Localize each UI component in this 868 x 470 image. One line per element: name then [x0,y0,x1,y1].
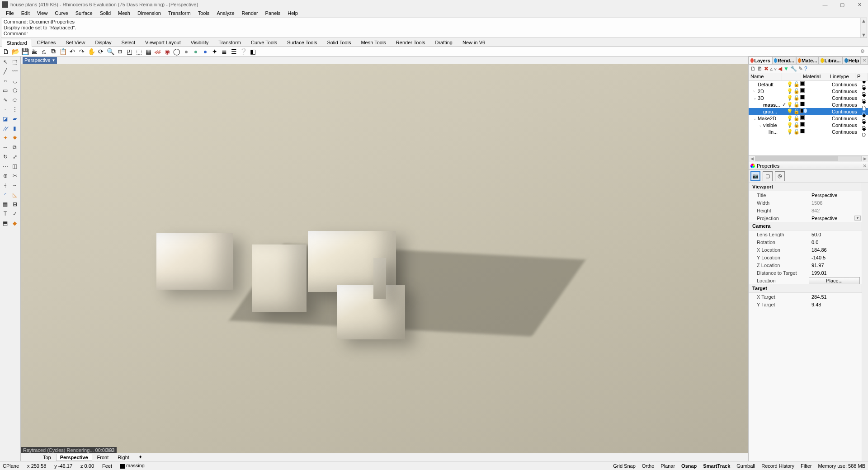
vp-tab-right[interactable]: Right [113,454,133,461]
chamfer-icon[interactable]: ◺ [10,190,19,199]
tool-icon[interactable]: ⎌ [39,47,48,56]
toggle-grid-snap[interactable]: Grid Snap [613,463,636,469]
minimize-button[interactable]: — [816,0,834,9]
option-icon[interactable]: ✦ [210,47,219,56]
join-icon[interactable]: ⊕ [1,171,9,180]
cam-dist-input[interactable]: 199.01 [809,270,868,276]
xray-icon[interactable]: ● [191,47,200,56]
menu-solid[interactable]: Solid [97,10,114,16]
split-icon[interactable]: ⟊ [1,181,9,189]
open-icon[interactable]: 📂 [11,47,20,56]
col-name[interactable]: Name [749,73,782,80]
panel-tab-materials[interactable]: Mate... [796,56,819,64]
tab-select[interactable]: Select [117,38,141,47]
menu-curve[interactable]: Curve [52,10,71,16]
redo-icon[interactable]: ↷ [77,47,86,56]
trim-icon[interactable]: ✂ [10,171,19,180]
close-button[interactable]: ✕ [851,0,868,9]
box-icon[interactable]: ◪ [1,114,9,123]
col-print[interactable]: P [855,73,868,80]
grid-icon[interactable]: ▦ [1,200,9,208]
copy2-icon[interactable]: ⧉ [10,143,19,151]
scale-icon[interactable]: ⤢ [10,152,19,161]
panel-tab-help[interactable]: Help [843,56,861,64]
zoom-sel-icon[interactable]: ⬚ [134,47,143,56]
menu-view[interactable]: View [34,10,51,16]
layer-row[interactable]: grou...💡🔓Continuous◆ D [749,108,868,115]
layer-sublayer-icon[interactable]: 🗎 [757,66,763,72]
mesh-icon[interactable]: ✦ [1,133,9,142]
cam-y-input[interactable]: -140.5 [809,255,868,260]
extend-icon[interactable]: → [10,181,19,189]
vp-tab-top[interactable]: Top [39,454,55,461]
vp-tab-add[interactable]: ✦ [134,453,146,461]
pan-icon[interactable]: ✋ [87,47,96,56]
text-icon[interactable]: T [1,209,9,218]
props-material-icon[interactable]: ◎ [775,171,785,181]
tab-visibility[interactable]: Visibility [186,38,214,47]
panel-tab-libraries[interactable]: Libra... [819,56,842,64]
tab-curve-tools[interactable]: Curve Tools [246,38,282,47]
status-units[interactable]: Feet [102,463,112,469]
tab-display[interactable]: Display [90,38,116,47]
toggle-smarttrack[interactable]: SmartTrack [703,463,730,469]
rendered-icon[interactable]: ● [201,47,210,56]
layer-delete-icon[interactable]: ✖ [764,66,769,72]
toggle-planar[interactable]: Planar [660,463,675,469]
mirror-icon[interactable]: ◫ [10,162,19,170]
cyl-icon[interactable]: ⌭ [1,124,9,132]
shade-icon[interactable]: ◉ [163,47,172,56]
layer-row[interactable]: Default💡🔓Continuous◆ D [749,81,868,88]
status-layer[interactable]: massing [120,463,145,468]
point-icon[interactable]: · [1,105,9,113]
wire-icon[interactable]: ◯ [172,47,181,56]
props-view-icon[interactable]: 📷 [750,171,760,181]
lens-input[interactable]: 50.0 [809,232,868,237]
menu-tools[interactable]: Tools [195,10,213,16]
props-object-icon[interactable]: ▢ [763,171,773,181]
ptson-icon[interactable]: ⋮ [10,105,19,113]
rotation-input[interactable]: 0.0 [809,240,868,245]
prop-icon[interactable]: ☰ [229,47,238,56]
toggle-gumball[interactable]: Gumball [736,463,755,469]
properties-scrollbar[interactable] [862,183,868,461]
tab-mesh-tools[interactable]: Mesh Tools [356,38,391,47]
panel-tab-layers[interactable]: Layers [749,56,772,64]
place-button[interactable]: Place... [809,277,860,284]
menu-render[interactable]: Render [239,10,261,16]
array-icon[interactable]: ⋯ [1,162,9,170]
zoom-dyn-icon[interactable]: 🔍 [106,47,115,56]
layer-filter-icon[interactable]: ▼ [783,66,789,72]
star-icon[interactable]: ✸ [10,133,19,142]
menu-surface[interactable]: Surface [72,10,96,16]
tab-viewport-layout[interactable]: Viewport Layout [140,38,186,47]
toggle-filter[interactable]: Filter [801,463,811,469]
tab-render-tools[interactable]: Render Tools [391,38,430,47]
check-icon[interactable]: ✓ [10,209,19,218]
curve-icon[interactable]: ∿ [1,95,9,104]
cmd-scrollbar[interactable]: ▲▼ [860,18,867,38]
4view-icon[interactable]: ▦ [144,47,153,56]
viewport-tab-perspective[interactable]: Perspective ▼ [23,57,57,64]
layer-down-icon[interactable]: ▿ [774,66,777,72]
dim-icon[interactable]: ⊟ [10,200,19,208]
vp-tab-perspective[interactable]: Perspective [56,454,92,461]
col-linetype[interactable]: Linetype [828,73,855,80]
undo-icon[interactable]: ↶ [68,47,77,56]
paste-icon[interactable]: 📋 [58,47,67,56]
tab-solid-tools[interactable]: Solid Tools [322,38,356,47]
lasso-icon[interactable]: ⬚ [10,57,19,66]
copy-icon[interactable]: ⧉ [49,47,58,56]
tab-new-v6[interactable]: New in V6 [458,38,490,47]
status-cplane[interactable]: CPlane [3,463,19,469]
toggle-record-history[interactable]: Record History [761,463,794,469]
help-icon[interactable]: ❔ [239,47,248,56]
layer-help-icon[interactable]: ? [804,66,807,72]
rect-icon[interactable]: ▭ [1,86,9,94]
zoom-win-icon[interactable]: ⧈ [115,47,124,56]
ellipse-icon[interactable]: ⬭ [10,95,19,104]
target-y-input[interactable]: 9.48 [809,302,868,307]
projection-dropdown[interactable]: ▼ [854,216,861,221]
maximize-button[interactable]: ▢ [834,0,851,9]
panel-tab-rendering[interactable]: Rend... [772,56,796,64]
